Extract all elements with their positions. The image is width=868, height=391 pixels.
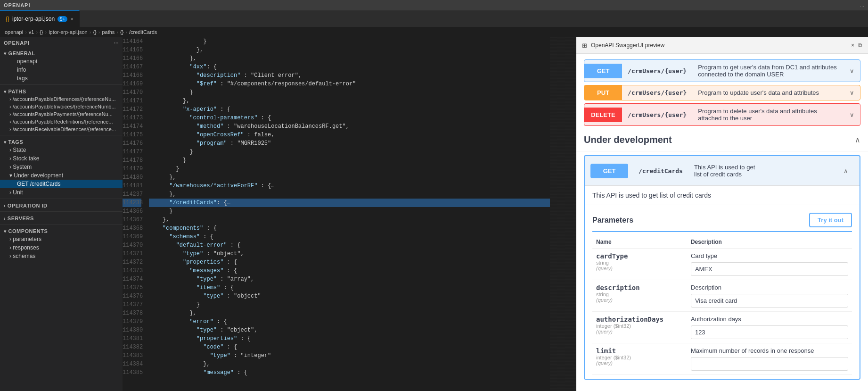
try-it-out-button[interactable]: Try it out (809, 213, 852, 227)
tab-label: iptor-erp-api.json (12, 16, 55, 22)
code-line: "properties" : { (149, 334, 550, 343)
sidebar-item-responses[interactable]: › responses (0, 243, 123, 252)
creditcards-section: GET /creditCards This API is used to get… (584, 155, 860, 380)
under-dev-section-header[interactable]: Under development ∧ (576, 129, 868, 151)
section-servers-label: SERVERS (8, 216, 34, 221)
chevron-down-icon[interactable]: ∨ (844, 108, 860, 122)
active-tab[interactable]: {} iptor-erp-api.json 9+ × (0, 10, 80, 27)
code-line: "schemas" : { (149, 233, 550, 241)
json-icon: {} (6, 16, 9, 22)
method-row-delete-crmusers[interactable]: DELETE /crmUsers/{user} Program to delet… (584, 103, 860, 126)
code-line: "message" : { (149, 368, 550, 377)
code-line: }, (149, 190, 550, 199)
param-description: Maximum number of records in one respons… (691, 347, 848, 354)
sidebar-item-parameters[interactable]: › parameters (0, 235, 123, 243)
sidebar-item-path5[interactable]: › /accountsReceivableDifferences/{refere… (0, 125, 123, 133)
tabs-row: {} iptor-erp-api.json 9+ × (0, 10, 868, 27)
preview-content[interactable]: GET /crmUsers/{user} Program to get user… (576, 54, 868, 391)
chevron-right-icon: › (9, 96, 13, 102)
param-input[interactable] (691, 294, 848, 308)
tab-close-button[interactable]: × (70, 16, 73, 22)
chevron-right-icon: › (4, 216, 6, 221)
chevron-right-icon: › (9, 126, 13, 132)
chevron-down-icon[interactable]: ∨ (844, 64, 860, 78)
code-line: } (149, 37, 550, 46)
section-components-label: COMPONENTS (8, 228, 48, 234)
section-components[interactable]: ▾ COMPONENTS (0, 226, 123, 235)
preview-close-button[interactable]: × (851, 42, 854, 49)
section-paths[interactable]: ▾ PATHS (0, 87, 123, 95)
method-desc: Program to delete user's data and attrib… (692, 104, 844, 125)
code-line: "code" : { (149, 343, 550, 351)
method-desc: Program to update user's data and attrib… (692, 85, 844, 100)
sidebar-item-schemas[interactable]: › schemas (0, 252, 123, 260)
section-tags[interactable]: ▾ TAGS (0, 137, 123, 146)
chevron-up-icon[interactable]: ∧ (838, 164, 854, 178)
creditcards-description: This API is used to get list of credit c… (585, 186, 860, 205)
under-dev-title: Under development (584, 134, 672, 145)
get-badge: GET (584, 64, 622, 78)
divider (0, 84, 123, 85)
sidebar-options-button[interactable]: ··· (114, 40, 119, 46)
sidebar-item-unit[interactable]: › Unit (0, 188, 123, 197)
chevron-right-icon: › (9, 104, 13, 109)
code-area[interactable]: } }, }, "4xx": { "description" : "Client… (146, 37, 550, 391)
breadcrumb-part: iptor-erp-api.json (49, 29, 88, 35)
chevron-right-icon: › (9, 236, 13, 242)
sidebar-item-get-creditcards[interactable]: GET /creditCards (0, 180, 123, 188)
chevron-down-icon: ▾ (4, 140, 7, 145)
chevron-up-icon[interactable]: ∧ (855, 135, 860, 144)
code-line: "type" : "array", (149, 275, 550, 283)
param-row: cardType string (query) Card type (592, 249, 852, 280)
section-general[interactable]: ▾ GENERAL (0, 49, 123, 57)
method-row-put-crmusers[interactable]: PUT /crmUsers/{user} Program to update u… (584, 85, 860, 100)
param-input[interactable] (691, 325, 848, 339)
breadcrumb: openapi › v1 › {} › iptor-erp-api.json ›… (0, 27, 868, 37)
param-type: integer ($int32) (596, 323, 683, 329)
sidebar-item-path1[interactable]: › /accountsPayableDifferences/{reference… (0, 95, 123, 103)
method-row-get-crmusers[interactable]: GET /crmUsers/{user} Program to get user… (584, 59, 860, 82)
line-numbers: 1141641141651141661141671141681141691141… (123, 37, 146, 391)
method-path: /crmUsers/{user} (622, 85, 692, 100)
method-path: /crmUsers/{user} (622, 64, 692, 78)
section-servers[interactable]: › SERVERS (0, 214, 123, 222)
creditcards-desc-header: This API is used to get list of credit c… (688, 160, 769, 182)
split-icon[interactable]: ⧉ (858, 42, 862, 49)
code-line: "x-aperio" : { (149, 105, 550, 114)
sidebar-item-path4[interactable]: › /accountsPayableRedefinitions/{referen… (0, 118, 123, 125)
sidebar-item-path3[interactable]: › /accountsPayablePayments/{referenceNu.… (0, 110, 123, 118)
top-bar: OPENAPI ... (0, 0, 868, 10)
param-name: authorizationDays (596, 316, 683, 323)
section-operation-id-label: OPERATION ID (8, 203, 48, 208)
code-line: "properties" : { (149, 258, 550, 266)
section-operation-id[interactable]: › OPERATION ID (0, 201, 123, 209)
sidebar-item-stock-take[interactable]: › Stock take (0, 154, 123, 163)
param-location: (query) (596, 266, 683, 271)
code-line: }, (149, 97, 550, 105)
sidebar-item-openapi[interactable]: openapi (0, 57, 123, 66)
creditcards-header[interactable]: GET /creditCards This API is used to get… (585, 156, 860, 185)
param-input[interactable] (691, 357, 848, 371)
sidebar-item-under-dev[interactable]: ▾ Under development (0, 171, 123, 180)
code-line: "default-error" : { (149, 241, 550, 250)
sidebar-item-state[interactable]: › State (0, 146, 123, 154)
sidebar-item-path2[interactable]: › /accountsPayableInvoices/{referenceNum… (0, 103, 123, 110)
chevron-right-icon: › (9, 189, 13, 196)
sidebar-item-info[interactable]: info (0, 66, 123, 74)
parameters-table: Name Description cardType string (query)… (592, 236, 852, 375)
divider (0, 199, 123, 199)
delete-badge: DELETE (584, 108, 622, 122)
sidebar: OPENAPI ··· ▾ GENERAL openapi info tags … (0, 37, 123, 391)
chevron-down-icon[interactable]: ∨ (844, 85, 860, 100)
code-line: "type" : "object" (149, 292, 550, 300)
app-title: OPENAPI (4, 2, 31, 8)
param-row: description string (query) Description (592, 280, 852, 312)
sidebar-item-tags[interactable]: tags (0, 74, 123, 83)
divider (0, 224, 123, 225)
top-bar-menu[interactable]: ... (860, 2, 864, 8)
preview-panel: ⊞ OpenAPI SwaggerUI preview × ⧉ GET /crm… (576, 37, 868, 391)
sidebar-item-system[interactable]: › System (0, 163, 123, 171)
param-input[interactable] (691, 262, 848, 276)
code-line: "components" : { (149, 224, 550, 233)
creditcards-body: This API is used to get list of credit c… (585, 185, 860, 379)
